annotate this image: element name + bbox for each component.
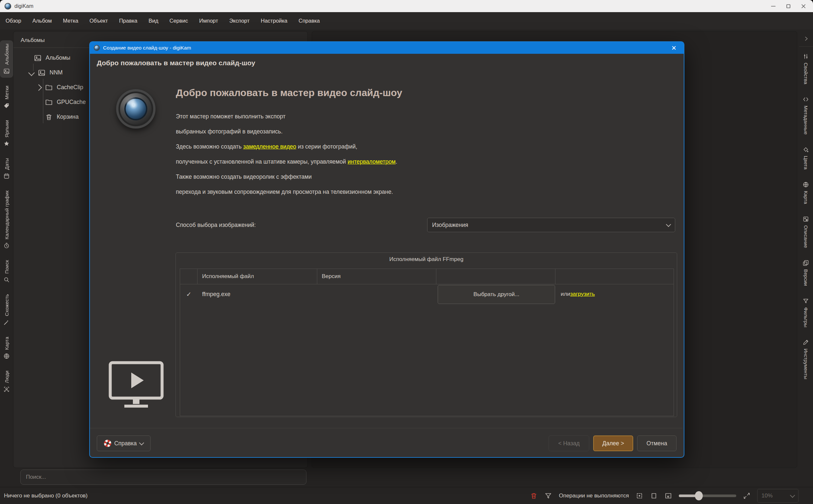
caption-doc-icon — [803, 216, 809, 222]
trash-status-icon[interactable] — [530, 492, 538, 500]
trash-icon — [45, 113, 53, 121]
menubar: Обзор Альбом Метка Объект Правка Вид Сер… — [0, 12, 813, 30]
fit-selection-icon[interactable] — [636, 492, 643, 500]
timelapse-link[interactable]: замедленное видео — [243, 143, 296, 150]
menu-browse[interactable]: Обзор — [0, 12, 27, 30]
right-tab-filters[interactable]: Фильтры — [799, 294, 812, 331]
minimize-button[interactable] — [766, 1, 781, 11]
download-link[interactable]: загрузить — [570, 291, 595, 297]
menu-tag[interactable]: Метка — [57, 12, 84, 30]
right-rail-collapse[interactable] — [799, 31, 813, 47]
sidebar-tab-search[interactable]: Поиск — [0, 257, 13, 287]
menu-edit[interactable]: Правка — [113, 12, 143, 30]
image-icon — [38, 69, 46, 77]
lifebuoy-icon — [104, 440, 111, 447]
menu-import[interactable]: Импорт — [193, 12, 224, 30]
paint-icon — [803, 146, 809, 153]
sidebar-tab-similarity[interactable]: Схожесть — [0, 291, 13, 329]
globe-icon — [3, 353, 10, 359]
wand-icon — [3, 319, 10, 326]
video-slideshow-dialog: Создание видео слайд-шоу - digiKam ✕ Доб… — [89, 41, 684, 458]
menu-export[interactable]: Экспорт — [224, 12, 255, 30]
image-selection-label: Способ выбора изображений: — [176, 218, 256, 232]
image-selection-value: Изображения — [432, 222, 468, 229]
help-button[interactable]: Справка — [97, 435, 151, 451]
next-button[interactable]: Далее > — [593, 435, 633, 451]
zoom-slider-handle[interactable] — [695, 491, 703, 500]
menu-view[interactable]: Вид — [143, 12, 164, 30]
col-empty — [437, 269, 556, 284]
or-download-cell: или загрузить — [561, 284, 595, 304]
tag-icon — [3, 102, 10, 109]
image-selection-combobox[interactable]: Изображения — [427, 218, 675, 232]
right-tab-versions[interactable]: Версии — [799, 256, 812, 289]
digikam-window: digiKam Обзор Альбом Метка Объект Правка… — [0, 0, 813, 504]
image-icon — [3, 68, 10, 74]
folder-icon — [45, 98, 53, 106]
filter-status-icon[interactable] — [544, 492, 552, 500]
menu-settings[interactable]: Настройка — [255, 12, 293, 30]
video-monitor-icon — [107, 359, 166, 412]
selection-status: Ничего не выбрано (0 объектов) — [4, 493, 88, 499]
ffmpeg-group-title: Исполняемый файл FFmpeg — [176, 256, 677, 263]
search-input[interactable] — [20, 470, 306, 485]
sidebar-tab-labels[interactable]: Ярлыки — [0, 117, 13, 150]
right-tab-caption[interactable]: Описание — [799, 212, 812, 251]
tree-guide — [33, 64, 33, 71]
sidebar-tab-timeline[interactable]: Календарный график — [0, 187, 13, 252]
versions-icon — [803, 260, 809, 266]
sidebar-tab-albums[interactable]: Альбомы — [0, 40, 13, 78]
menu-album[interactable]: Альбом — [27, 12, 57, 30]
chevron-down-icon — [666, 222, 671, 227]
globe-icon — [803, 181, 809, 188]
left-sidebar-rail: Альбомы Метки Ярлыки Даты Календарный гр… — [0, 31, 13, 487]
ffmpeg-table: Исполняемый файл Версия ✓ ffmpeg.exe Выб… — [180, 269, 674, 416]
maximize-button[interactable] — [781, 1, 796, 11]
col-empty — [556, 269, 674, 284]
right-tab-properties[interactable]: Свойства — [799, 50, 812, 88]
check-icon: ✓ — [180, 291, 197, 298]
expander-open-icon[interactable] — [28, 70, 35, 76]
fit-window-icon[interactable] — [664, 492, 672, 500]
expander-closed-icon[interactable] — [35, 84, 42, 91]
menu-help[interactable]: Справка — [293, 12, 325, 30]
zoom-fit-expand-icon[interactable] — [743, 492, 751, 500]
sidebar-tab-tags[interactable]: Метки — [0, 82, 13, 112]
ffmpeg-groupbox: Исполняемый файл FFmpeg Исполняемый файл… — [175, 252, 677, 417]
dialog-close-button[interactable]: ✕ — [668, 42, 680, 54]
right-tab-tools[interactable]: Инструменты — [799, 336, 812, 383]
menu-item[interactable]: Объект — [84, 12, 113, 30]
close-button[interactable] — [796, 1, 811, 11]
statusbar: Ничего не выбрано (0 объектов) Операции … — [0, 487, 813, 504]
zoom-percent-select[interactable]: 10% — [757, 489, 799, 503]
sidebar-tab-dates[interactable]: Даты — [0, 155, 13, 183]
star-icon — [3, 140, 10, 147]
intro-line: полученных с установленной на штативе ка… — [176, 154, 397, 169]
calendar-icon — [3, 173, 10, 179]
zoom-100-icon[interactable] — [650, 492, 658, 500]
tree-guide — [43, 79, 43, 123]
intro-line: Этот мастер поможет выполнить экспорт — [176, 109, 397, 124]
image-icon — [34, 54, 42, 62]
back-button[interactable]: < Назад — [549, 435, 589, 451]
right-tab-map[interactable]: Карта — [799, 178, 812, 207]
right-tab-colors[interactable]: Цвета — [799, 143, 812, 173]
intro-line: перехода и звуковым сопровождением для п… — [176, 184, 397, 199]
window-title: digiKam — [14, 3, 33, 9]
ffmpeg-table-row[interactable]: ✓ ffmpeg.exe Выбрать другой... или загру… — [180, 284, 674, 304]
right-tab-metadata[interactable]: Метаданные — [799, 93, 812, 138]
intro-line: Также возможно создать видеоролик с эффе… — [176, 169, 397, 184]
intervalometer-link[interactable]: интервалометром — [348, 158, 396, 165]
wizard-page-title: Добро пожаловать в мастер видео слайд-шо… — [97, 59, 255, 67]
search-icon — [3, 276, 10, 283]
face-detect-icon — [3, 386, 10, 393]
menu-tools[interactable]: Сервис — [164, 12, 194, 30]
ffmpeg-table-header: Исполняемый файл Версия — [180, 269, 674, 284]
sidebar-tab-map[interactable]: Карта — [0, 333, 13, 363]
cancel-button[interactable]: Отмена — [637, 435, 677, 451]
dialog-title: Создание видео слайд-шоу - digiKam — [103, 45, 191, 51]
zoom-slider[interactable] — [679, 494, 736, 497]
timer-icon — [3, 242, 10, 249]
choose-other-button[interactable]: Выбрать другой... — [438, 285, 555, 304]
sidebar-tab-people[interactable]: Люди — [0, 367, 13, 396]
